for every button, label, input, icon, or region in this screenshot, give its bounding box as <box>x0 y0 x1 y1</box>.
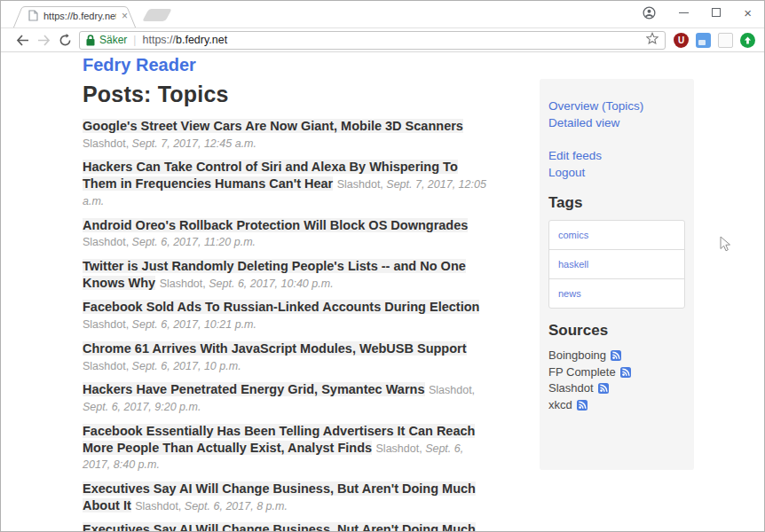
rss-feed-icon[interactable] <box>611 350 621 361</box>
source-row: Slashdot <box>548 380 685 397</box>
extension-icons: U <box>674 33 755 48</box>
tag-item-haskell[interactable]: haskell <box>549 249 684 278</box>
url-scheme: https:// <box>142 34 176 46</box>
post-source: Slashdot, <box>160 278 206 290</box>
browser-toolbar: Säker | https://b.fedry.net U <box>1 27 764 52</box>
post-title-link[interactable]: Android Oreo's Rollback Protection Will … <box>83 218 468 232</box>
source-row: FP Complete <box>548 364 685 381</box>
tags-heading: Tags <box>548 194 685 212</box>
page-extension-icon[interactable] <box>718 33 733 48</box>
rss-feed-icon[interactable] <box>598 383 609 394</box>
post-title-link[interactable]: Google's Street View Cars Are Now Giant,… <box>83 119 463 133</box>
omnibox-separator: | <box>133 34 136 46</box>
sources-heading: Sources <box>548 322 685 340</box>
back-button[interactable] <box>12 29 33 51</box>
minimize-button[interactable] <box>679 12 689 13</box>
close-window-button[interactable]: × <box>744 6 752 20</box>
source-row: Boingboing <box>548 348 685 364</box>
sidebar-link-logout[interactable]: Logout <box>548 164 685 181</box>
reload-button[interactable] <box>54 29 75 51</box>
browser-tab[interactable]: https://b.fedry.net × <box>12 6 137 28</box>
post-meta: Slashdot, Sept. 6, 2017, 10:40 p.m. <box>160 278 334 290</box>
browser-window: https://b.fedry.net × × <box>0 0 765 532</box>
post-meta: Slashdot, Sept. 6, 2017, 10:21 p.m. <box>83 318 256 331</box>
post-date: Sept. 6, 2017, 10 p.m. <box>132 360 241 372</box>
rss-feed-icon[interactable] <box>577 400 588 411</box>
main-column: Fedry Reader Posts: Topics Google's Stre… <box>83 55 493 532</box>
post-source: Slashdot, <box>337 178 383 191</box>
browser-titlebar: https://b.fedry.net × × <box>1 1 764 27</box>
post-date: Sept. 6, 2017, 9:20 p.m. <box>83 401 201 413</box>
secure-lock-icon <box>86 35 95 46</box>
site-title-link[interactable]: Fedry Reader <box>83 55 493 75</box>
bookmark-star-icon[interactable] <box>646 32 659 48</box>
green-extension-icon[interactable] <box>740 33 755 48</box>
post-item: Android Oreo's Rollback Protection Will … <box>83 217 493 250</box>
post-source: Slashdot, <box>83 360 129 372</box>
post-meta: Slashdot, Sept. 7, 2017, 12:45 a.m. <box>83 137 256 150</box>
post-title-link[interactable]: Facebook Sold Ads To Russian-Linked Acco… <box>83 300 479 314</box>
post-title-link[interactable]: Hackers Have Penetrated Energy Grid, Sym… <box>83 382 425 396</box>
ublock-extension-icon[interactable]: U <box>674 33 689 48</box>
post-meta: Slashdot, Sept. 6, 2017, 8 p.m. <box>135 500 288 512</box>
tab-close-icon[interactable]: × <box>122 11 128 21</box>
source-label[interactable]: Slashdot <box>548 380 594 397</box>
post-item: Hackers Have Penetrated Energy Grid, Sym… <box>83 381 493 414</box>
maximize-button[interactable] <box>712 8 721 17</box>
tag-item-comics[interactable]: comics <box>549 221 684 249</box>
post-date: Sept. 6, 2017, 11:20 p.m. <box>132 236 256 248</box>
post-item: Google's Street View Cars Are Now Giant,… <box>83 118 493 151</box>
post-source: Slashdot, <box>83 318 129 331</box>
blue-extension-icon[interactable] <box>696 33 711 48</box>
post-date: Sept. 6, 2017, 10:40 p.m. <box>209 278 333 290</box>
sidebar-link-overview-topics[interactable]: Overview (Topics) <box>548 98 685 114</box>
address-bar[interactable]: Säker | https://b.fedry.net <box>79 31 666 50</box>
post-meta: Slashdot, Sept. 6, 2017, 10 p.m. <box>83 360 241 372</box>
source-row: xkcd <box>548 397 685 414</box>
url-host: b.fedry.net <box>176 34 227 46</box>
post-item: Executives Say AI Will Change Business, … <box>83 481 493 513</box>
source-label[interactable]: FP Complete <box>548 364 616 381</box>
url-text[interactable]: https://b.fedry.net <box>142 34 227 46</box>
page-favicon-icon <box>28 10 38 21</box>
sidebar-spacer <box>548 131 685 147</box>
profile-icon[interactable] <box>643 6 656 20</box>
post-title-link[interactable]: Chrome 61 Arrives With JavaScript Module… <box>83 341 467 356</box>
tag-list: comics haskell news <box>548 220 685 309</box>
sidebar: Overview (Topics) Detailed view Edit fee… <box>540 79 694 470</box>
post-date: Sept. 6, 2017, 10:21 p.m. <box>132 318 256 331</box>
post-source: Slashdot, <box>135 500 181 512</box>
rss-feed-icon[interactable] <box>620 367 631 378</box>
post-source: Slashdot, <box>376 442 422 455</box>
post-item: Facebook Sold Ads To Russian-Linked Acco… <box>83 299 493 332</box>
post-source: Slashdot, <box>83 137 129 150</box>
post-item: Chrome 61 Arrives With JavaScript Module… <box>83 340 493 373</box>
post-date: Sept. 7, 2017, 12:45 a.m. <box>132 137 256 150</box>
window-controls: × <box>643 1 752 24</box>
post-source: Slashdot, <box>83 236 129 248</box>
post-date: Sept. 6, 2017, 8 p.m. <box>185 500 288 512</box>
post-title-link[interactable]: Executives Say AI Will Change Business, … <box>83 522 476 532</box>
post-item: Facebook Essentially Has Been Telling Ad… <box>83 423 493 473</box>
sidebar-link-edit-feeds[interactable]: Edit feeds <box>548 147 685 164</box>
page-viewport: Fedry Reader Posts: Topics Google's Stre… <box>1 52 764 531</box>
post-item: Twitter is Just Randomly Deleting People… <box>83 258 493 291</box>
security-label: Säker <box>99 34 127 46</box>
post-source: Slashdot, <box>429 384 475 396</box>
post-meta: Slashdot, Sept. 6, 2017, 11:20 p.m. <box>83 236 256 248</box>
tab-title: https://b.fedry.net <box>43 11 116 21</box>
new-tab-button[interactable] <box>142 9 171 21</box>
source-label[interactable]: Boingboing <box>548 348 606 364</box>
page-heading: Posts: Topics <box>83 82 493 107</box>
forward-button[interactable] <box>33 29 54 51</box>
sidebar-link-detailed-view[interactable]: Detailed view <box>548 114 685 131</box>
post-item: Executives Say AI Will Change Business, … <box>83 521 493 532</box>
tag-item-news[interactable]: news <box>549 278 684 308</box>
post-item: Hackers Can Take Control of Siri and Ale… <box>83 159 493 208</box>
source-label[interactable]: xkcd <box>548 397 572 414</box>
